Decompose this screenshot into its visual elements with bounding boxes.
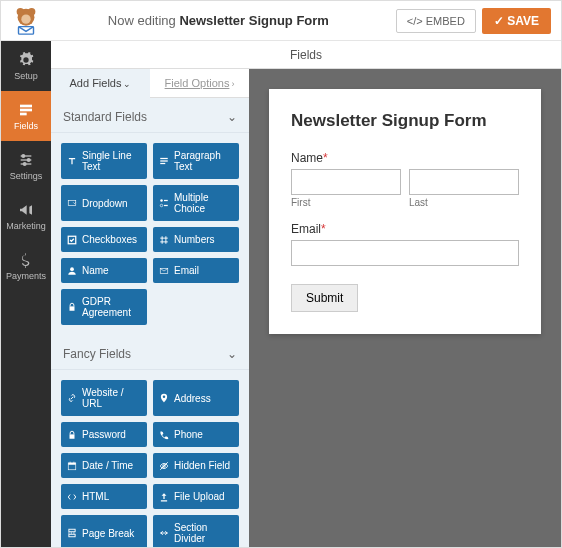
field-checkboxes[interactable]: Checkboxes [61,227,147,252]
field-multiple-choice[interactable]: Multiple Choice [153,185,239,221]
sliders-icon [18,152,34,168]
dollar-icon [18,252,34,268]
svg-point-1 [17,7,25,15]
svg-point-11 [22,154,25,157]
logo-icon [11,6,41,36]
email-label: Email* [291,222,519,236]
svg-rect-7 [20,112,27,115]
form-icon [18,102,34,118]
dropdown-icon [67,198,77,208]
field-numbers[interactable]: Numbers [153,227,239,252]
email-icon [159,266,169,276]
svg-point-23 [70,267,74,271]
field-date-time[interactable]: Date / Time [61,453,147,478]
bullhorn-icon [18,202,34,218]
embed-button[interactable]: </> EMBED [396,9,476,33]
svg-rect-16 [160,163,165,164]
submit-button[interactable]: Submit [291,284,358,312]
fields-header: Fields [51,41,561,69]
fields-panel: Add Fields⌄ Field Options› Standard Fiel… [51,69,249,547]
code-icon [67,492,77,502]
svg-point-18 [160,199,163,202]
field-hidden[interactable]: Hidden Field [153,453,239,478]
field-file-upload[interactable]: File Upload [153,484,239,509]
group-standard-fields[interactable]: Standard Fields⌄ [51,98,249,133]
form-title: Newsletter Signup Form [291,111,519,131]
svg-rect-15 [160,160,168,161]
lock-icon [67,430,77,440]
nav-setup[interactable]: Setup [1,41,51,91]
link-icon [67,393,77,403]
paragraph-icon [159,156,169,166]
svg-point-12 [27,158,30,161]
email-input[interactable] [291,240,519,266]
pin-icon [159,393,169,403]
gear-icon [18,52,34,68]
svg-rect-28 [68,462,76,464]
field-single-line-text[interactable]: Single Line Text [61,143,147,179]
group-fancy-fields[interactable]: Fancy Fields⌄ [51,335,249,370]
editing-title: Now editing Newsletter Signup Form [41,13,396,28]
upload-icon [159,492,169,502]
svg-rect-21 [164,205,168,206]
field-password[interactable]: Password [61,422,147,447]
svg-rect-19 [164,200,168,201]
radio-icon [159,198,169,208]
left-nav: Setup Fields Settings Marketing Payments [1,41,51,547]
nav-fields[interactable]: Fields [1,91,51,141]
chevron-down-icon: ⌄ [227,110,237,124]
svg-rect-17 [68,201,76,206]
field-page-break[interactable]: Page Break [61,515,147,547]
first-sublabel: First [291,197,401,208]
svg-point-20 [160,204,163,207]
tab-field-options[interactable]: Field Options› [150,69,249,98]
field-html[interactable]: HTML [61,484,147,509]
save-button[interactable]: ✓ SAVE [482,8,551,34]
field-website-url[interactable]: Website / URL [61,380,147,416]
pagebreak-icon [67,528,77,538]
svg-rect-5 [20,104,32,107]
field-address[interactable]: Address [153,380,239,416]
svg-rect-14 [160,158,168,159]
svg-rect-34 [69,534,75,537]
field-gdpr[interactable]: GDPR Agreement [61,289,147,325]
nav-marketing[interactable]: Marketing [1,191,51,241]
chevron-down-icon: ⌄ [227,347,237,361]
svg-rect-25 [70,306,75,310]
form-preview[interactable]: Newsletter Signup Form Name* First Last [269,89,541,334]
chevron-down-icon: ⌄ [123,79,131,89]
text-icon [67,156,77,166]
svg-point-3 [21,14,30,23]
field-section-divider[interactable]: Section Divider [153,515,239,547]
checkbox-icon [67,235,77,245]
first-name-input[interactable] [291,169,401,195]
lock-icon [67,302,77,312]
last-name-input[interactable] [409,169,519,195]
calendar-icon [67,461,77,471]
hash-icon [159,235,169,245]
field-phone[interactable]: Phone [153,422,239,447]
nav-payments[interactable]: Payments [1,241,51,291]
svg-rect-26 [70,434,75,438]
divider-icon [159,528,169,538]
topbar: Now editing Newsletter Signup Form </> E… [1,1,561,41]
svg-rect-6 [20,108,32,111]
field-name[interactable]: Name [61,258,147,283]
last-sublabel: Last [409,197,519,208]
svg-point-13 [23,162,26,165]
eye-off-icon [159,461,169,471]
nav-settings[interactable]: Settings [1,141,51,191]
field-dropdown[interactable]: Dropdown [61,185,147,221]
chevron-right-icon: › [231,79,234,89]
phone-icon [159,430,169,440]
field-paragraph-text[interactable]: Paragraph Text [153,143,239,179]
svg-point-2 [28,7,36,15]
field-email[interactable]: Email [153,258,239,283]
person-icon [67,266,77,276]
name-label: Name* [291,151,519,165]
tab-add-fields[interactable]: Add Fields⌄ [51,69,150,98]
form-canvas: Newsletter Signup Form Name* First Last [249,69,561,547]
svg-rect-33 [69,529,75,532]
